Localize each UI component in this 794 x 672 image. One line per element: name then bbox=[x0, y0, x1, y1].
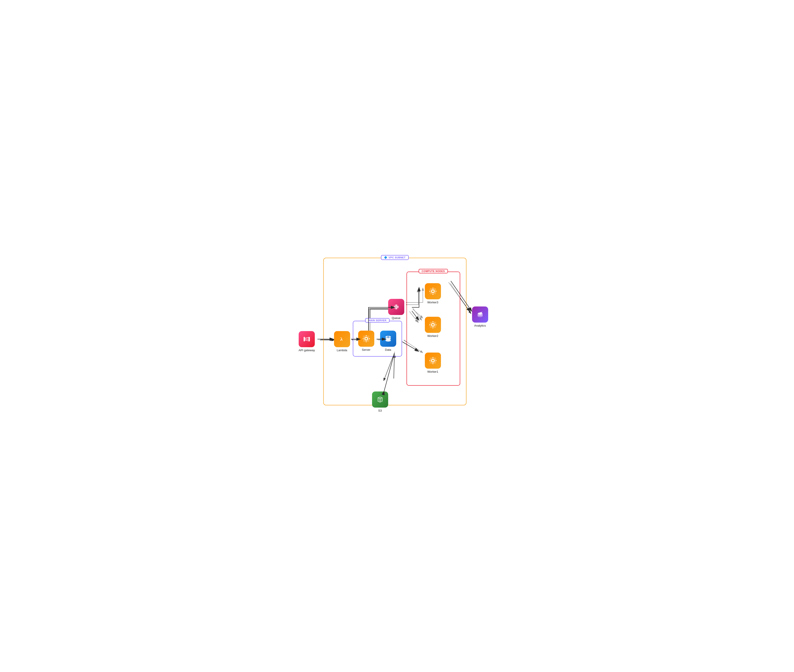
server-node: Server bbox=[358, 331, 374, 352]
compute-nodes-label: COMPUTE NODES bbox=[419, 269, 448, 274]
worker2-node: Worker2 bbox=[425, 317, 441, 338]
svg-rect-36 bbox=[432, 357, 433, 358]
worker1-icon bbox=[425, 352, 441, 369]
worker3-node: Worker3 bbox=[425, 283, 441, 304]
svg-text:λ: λ bbox=[340, 336, 343, 342]
compute-nodes-box: COMPUTE NODES Worker3 bbox=[407, 272, 460, 386]
svg-point-19 bbox=[432, 290, 434, 292]
svg-point-40 bbox=[365, 338, 367, 339]
svg-rect-41 bbox=[363, 338, 363, 339]
s3-node: S3 bbox=[372, 392, 388, 412]
worker2-icon bbox=[425, 317, 441, 333]
svg-rect-23 bbox=[432, 294, 433, 295]
main-server-label: MAIN SERVER bbox=[365, 318, 390, 323]
svg-rect-21 bbox=[435, 291, 437, 292]
svg-rect-35 bbox=[435, 360, 437, 361]
analytics-icon bbox=[472, 306, 488, 323]
svg-rect-22 bbox=[432, 288, 433, 289]
svg-rect-54 bbox=[304, 337, 305, 341]
svg-rect-20 bbox=[429, 291, 430, 292]
api-gateway-icon bbox=[299, 331, 315, 347]
vpc-subnet-label: 🔷 VPC SUBNET bbox=[381, 255, 408, 260]
svg-rect-28 bbox=[435, 324, 437, 325]
server-icon bbox=[358, 331, 374, 347]
data-node: Data bbox=[380, 331, 396, 352]
vpc-icon: 🔷 bbox=[384, 256, 387, 259]
api-gateway-node: API gateway bbox=[299, 331, 315, 352]
data-icon bbox=[380, 331, 396, 347]
lambda-node: λ Lambda bbox=[334, 331, 350, 352]
svg-point-26 bbox=[432, 324, 434, 326]
analytics-node: Analytics bbox=[472, 306, 488, 327]
svg-rect-44 bbox=[366, 341, 367, 342]
svg-rect-42 bbox=[369, 338, 370, 339]
queue-icon bbox=[388, 299, 404, 315]
worker3-icon bbox=[425, 283, 441, 299]
queue-node: Queue bbox=[388, 299, 404, 320]
svg-point-33 bbox=[432, 360, 434, 362]
svg-point-58 bbox=[478, 314, 482, 316]
lambda-icon: λ bbox=[334, 331, 350, 347]
svg-rect-30 bbox=[432, 328, 433, 328]
svg-rect-55 bbox=[309, 337, 310, 341]
architecture-diagram: 🔷 VPC SUBNET COMPUTE NODES bbox=[296, 251, 498, 421]
svg-rect-34 bbox=[429, 360, 430, 361]
main-server-box: MAIN SERVER Server bbox=[353, 321, 402, 357]
svg-rect-27 bbox=[429, 324, 430, 325]
s3-icon bbox=[372, 392, 388, 408]
svg-rect-29 bbox=[432, 321, 433, 322]
svg-point-47 bbox=[386, 339, 391, 342]
svg-rect-43 bbox=[366, 335, 367, 336]
worker1-node: Worker1 bbox=[425, 352, 441, 373]
svg-rect-37 bbox=[432, 363, 433, 364]
